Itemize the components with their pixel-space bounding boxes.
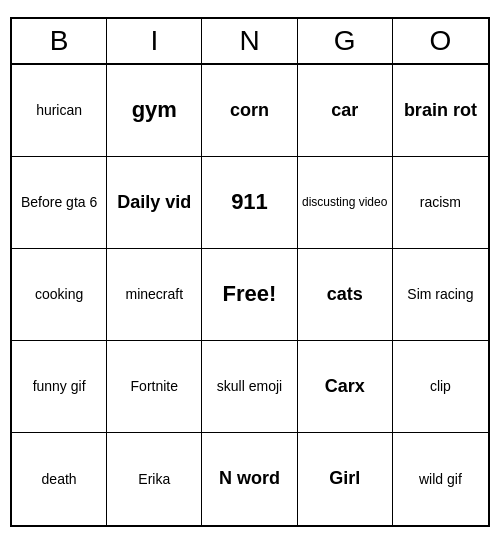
- header-letter: I: [107, 19, 202, 63]
- bingo-card: BINGO huricangymcorncarbrain rotBefore g…: [10, 17, 490, 527]
- bingo-cell: Carx: [298, 341, 393, 433]
- bingo-cell: funny gif: [12, 341, 107, 433]
- bingo-cell: Erika: [107, 433, 202, 525]
- bingo-cell: racism: [393, 157, 488, 249]
- bingo-cell: Girl: [298, 433, 393, 525]
- bingo-cell: cats: [298, 249, 393, 341]
- bingo-cell: hurican: [12, 65, 107, 157]
- bingo-cell: Sim racing: [393, 249, 488, 341]
- bingo-cell: minecraft: [107, 249, 202, 341]
- bingo-cell: discusting video: [298, 157, 393, 249]
- header-letter: N: [202, 19, 297, 63]
- bingo-cell: wild gif: [393, 433, 488, 525]
- bingo-cell: death: [12, 433, 107, 525]
- header-letter: B: [12, 19, 107, 63]
- bingo-cell: corn: [202, 65, 297, 157]
- header-letter: G: [298, 19, 393, 63]
- bingo-cell: 911: [202, 157, 297, 249]
- bingo-cell: skull emoji: [202, 341, 297, 433]
- bingo-grid: huricangymcorncarbrain rotBefore gta 6Da…: [12, 65, 488, 525]
- bingo-cell: car: [298, 65, 393, 157]
- bingo-cell: Fortnite: [107, 341, 202, 433]
- bingo-cell: brain rot: [393, 65, 488, 157]
- bingo-cell: N word: [202, 433, 297, 525]
- bingo-cell: clip: [393, 341, 488, 433]
- bingo-header: BINGO: [12, 19, 488, 65]
- bingo-cell: Daily vid: [107, 157, 202, 249]
- bingo-cell: Before gta 6: [12, 157, 107, 249]
- bingo-cell: cooking: [12, 249, 107, 341]
- bingo-cell: gym: [107, 65, 202, 157]
- bingo-cell: Free!: [202, 249, 297, 341]
- header-letter: O: [393, 19, 488, 63]
